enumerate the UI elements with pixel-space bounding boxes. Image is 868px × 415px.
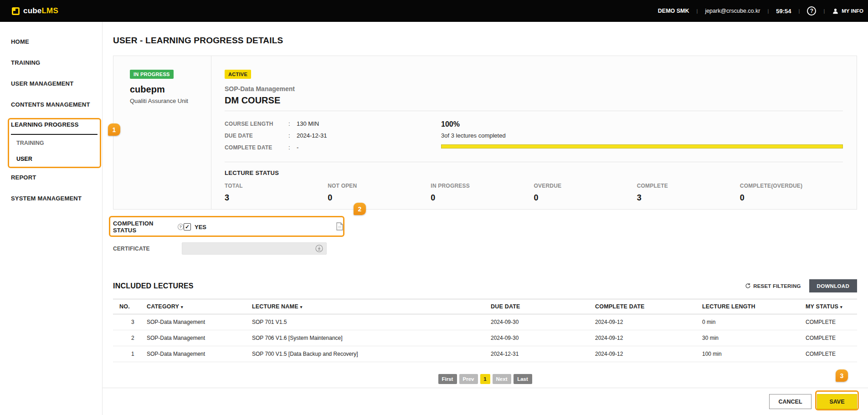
cell-lecture-length: 0 min [702, 314, 806, 330]
user-name: cubepm [130, 84, 211, 95]
certificate-download-icon[interactable] [315, 245, 323, 252]
lectures-table: NO. CATEGORY▾ LECTURE NAME▾ DUE DATE COM… [113, 299, 857, 362]
meta-value: 2024-12-31 [297, 132, 327, 139]
my-info-button[interactable]: MY INFO [832, 8, 863, 15]
cell-complete-date: 2024-09-12 [595, 314, 702, 330]
pagination: First Prev 1 Next Last [113, 374, 857, 384]
progress-bar [441, 144, 843, 149]
table-row: 3 SOP-Data Management SOP 701 V1.5 2024-… [113, 314, 857, 330]
table-header-row: NO. CATEGORY▾ LECTURE NAME▾ DUE DATE COM… [113, 299, 857, 314]
document-preview-icon[interactable] [336, 222, 343, 232]
status-value: 0 [534, 193, 637, 203]
user-email: jepark@crscube.co.kr [705, 8, 760, 14]
page-title: USER - LEARNING PROGRESS DETAILS [113, 36, 857, 46]
column-header-due-date: DUE DATE [491, 299, 595, 314]
main-content: USER - LEARNING PROGRESS DETAILS IN PROG… [103, 22, 868, 415]
column-label: COMPLETE DATE [595, 303, 645, 310]
meta-colon: : [288, 144, 297, 151]
reset-filtering-button[interactable]: RESET FILTERING [745, 283, 801, 289]
included-lectures-header: INCLUDED LECTURES RESET FILTERING DOWNLO… [113, 279, 857, 292]
save-button[interactable]: SAVE [817, 394, 857, 409]
course-summary-card: IN PROGRESS cubepm Qualiti Assurance Uni… [113, 56, 857, 210]
sidebar-item-training[interactable]: TRAINING [0, 52, 102, 73]
sort-icon: ▾ [300, 305, 303, 309]
user-status-badge: IN PROGRESS [130, 70, 174, 79]
pagination-first-button[interactable]: First [438, 374, 457, 384]
user-panel: IN PROGRESS cubepm Qualiti Assurance Uni… [113, 56, 211, 209]
sidebar-subitem-user[interactable]: USER [0, 151, 102, 167]
status-label: IN PROGRESS [431, 183, 534, 189]
cell-lecture-length: 100 min [702, 346, 806, 362]
column-header-complete-date: COMPLETE DATE [595, 299, 702, 314]
certificate-label: CERTIFICATE [113, 246, 182, 252]
meta-label: COMPLETE DATE [225, 144, 288, 151]
column-header-no: NO. [113, 299, 147, 314]
status-label: COMPLETE(OVERDUE) [740, 183, 843, 189]
status-value: 0 [431, 193, 534, 203]
sidebar-item-report[interactable]: REPORT [0, 167, 102, 188]
status-value: 0 [328, 193, 431, 203]
sidebar-item-contents-management[interactable]: CONTENTS MANAGEMENT [0, 94, 102, 115]
column-label: MY STATUS [806, 303, 838, 310]
logo-text-cube: cube [23, 6, 41, 15]
info-tooltip-icon[interactable]: ? [178, 224, 184, 230]
course-progress: 100% 3of 3 lectures completed [441, 120, 843, 162]
logo-text: cubeLMS [23, 6, 58, 15]
meta-row-complete-date: COMPLETE DATE : - [225, 144, 441, 151]
cell-category: SOP-Data Management [147, 330, 252, 346]
certificate-input[interactable] [186, 246, 315, 252]
lecture-status-overdue: OVERDUE 0 [534, 183, 637, 203]
header-separator: | [767, 8, 769, 14]
course-name: DM COURSE [225, 95, 843, 106]
cell-lecture-name: SOP 701 V1.5 [252, 314, 491, 330]
cell-due-date: 2024-09-30 [491, 330, 595, 346]
sidebar-item-system-management[interactable]: SYSTEM MANAGEMENT [0, 188, 102, 209]
course-category: SOP-Data Management [225, 85, 843, 92]
column-header-category[interactable]: CATEGORY▾ [147, 299, 252, 314]
org-name: DEMO SMK [658, 8, 689, 14]
column-label: LECTURE LENGTH [702, 303, 755, 310]
course-meta-fields: COURSE LENGTH : 130 MIN DUE DATE : 2024-… [225, 120, 441, 162]
pagination-last-button[interactable]: Last [514, 374, 532, 384]
cell-due-date: 2024-09-30 [491, 314, 595, 330]
pagination-page-1-button[interactable]: 1 [480, 374, 490, 384]
header-separator: | [823, 8, 825, 14]
table-row: 2 SOP-Data Management SOP 706 V1.6 [Syst… [113, 330, 857, 346]
status-label: TOTAL [225, 183, 328, 189]
lecture-status-complete-overdue: COMPLETE(OVERDUE) 0 [740, 183, 843, 203]
pagination-next-button[interactable]: Next [493, 374, 511, 384]
cubelms-logo[interactable]: cubeLMS [12, 6, 58, 15]
top-header: cubeLMS DEMO SMK | jepark@crscube.co.kr … [0, 0, 868, 22]
meta-value: 130 MIN [297, 120, 319, 127]
sidebar-subitem-training[interactable]: TRAINING [0, 135, 102, 151]
cell-category: SOP-Data Management [147, 346, 252, 362]
column-header-my-status[interactable]: MY STATUS▾ [806, 299, 857, 314]
progress-caption: 3of 3 lectures completed [441, 132, 843, 139]
progress-fill [442, 145, 842, 148]
header-right: DEMO SMK | jepark@crscube.co.kr | 59:54 … [658, 6, 863, 15]
download-button[interactable]: DOWNLOAD [809, 279, 857, 292]
sidebar: HOME TRAINING USER MANAGEMENT CONTENTS M… [0, 22, 103, 415]
certificate-row: CERTIFICATE [113, 242, 857, 255]
pagination-prev-button[interactable]: Prev [459, 374, 478, 384]
cell-my-status: COMPLETE [806, 346, 857, 362]
progress-percent: 100% [441, 120, 843, 128]
cancel-button[interactable]: CANCEL [769, 394, 812, 409]
column-header-lecture-length: LECTURE LENGTH [702, 299, 806, 314]
completion-checkbox[interactable]: ✓ [184, 223, 191, 231]
column-header-lecture-name[interactable]: LECTURE NAME▾ [252, 299, 491, 314]
cell-no: 1 [113, 346, 147, 362]
sidebar-item-user-management[interactable]: USER MANAGEMENT [0, 73, 102, 94]
status-label: COMPLETE [637, 183, 740, 189]
table-row: 1 SOP-Data Management SOP 700 V1.5 [Data… [113, 346, 857, 362]
course-head: ACTIVE SOP-Data Management DM COURSE [225, 56, 843, 111]
sidebar-item-home[interactable]: HOME [0, 31, 102, 52]
completion-label-wrap: COMPLETION STATUS ? [113, 220, 184, 234]
status-value: 0 [740, 193, 843, 203]
lectures-actions: RESET FILTERING DOWNLOAD [745, 279, 857, 292]
sort-icon: ▾ [840, 305, 842, 309]
status-label: NOT OPEN [328, 183, 431, 189]
meta-colon: : [288, 132, 297, 139]
help-icon[interactable]: ? [807, 6, 816, 15]
sidebar-item-learning-progress[interactable]: LEARNING PROGRESS [11, 115, 98, 135]
